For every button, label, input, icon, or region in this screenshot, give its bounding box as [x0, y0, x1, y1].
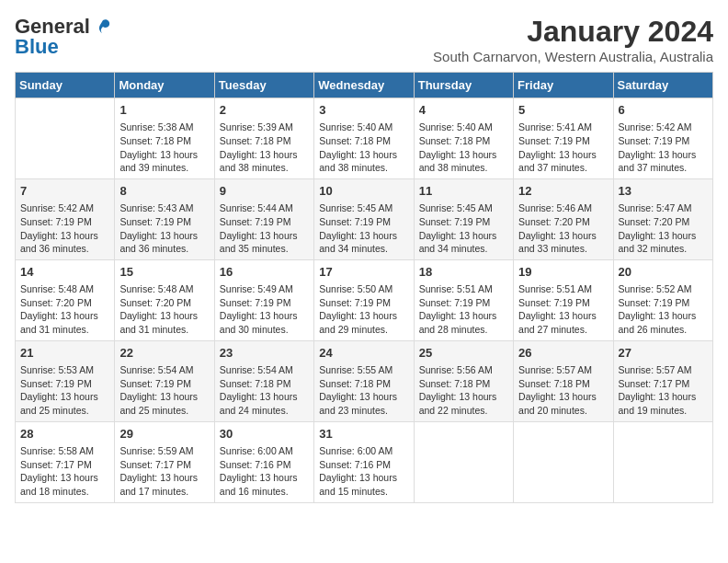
cell-info: Sunrise: 5:39 AM — [220, 121, 309, 134]
cell-info: Sunset: 7:20 PM — [518, 215, 608, 229]
cell-info: and 19 minutes. — [619, 404, 708, 418]
cell-info: Sunrise: 5:53 AM — [20, 363, 109, 377]
calendar-cell: 9Sunrise: 5:44 AMSunset: 7:19 PMDaylight… — [214, 178, 313, 259]
subtitle: South Carnarvon, Western Australia, Aust… — [433, 49, 713, 64]
calendar-cell: 22Sunrise: 5:54 AMSunset: 7:19 PMDayligh… — [115, 340, 214, 421]
cell-info: Daylight: 13 hours — [220, 471, 309, 485]
cell-info: Daylight: 13 hours — [518, 390, 608, 404]
day-number: 11 — [419, 183, 508, 200]
cell-info: Daylight: 13 hours — [20, 471, 109, 485]
cell-info: Sunset: 7:19 PM — [319, 215, 408, 229]
day-number: 19 — [518, 264, 608, 281]
day-number: 22 — [119, 345, 209, 362]
cell-info: and 34 minutes. — [319, 242, 408, 256]
calendar-cell: 7Sunrise: 5:42 AMSunset: 7:19 PMDaylight… — [16, 178, 115, 259]
calendar-cell: 16Sunrise: 5:49 AMSunset: 7:19 PMDayligh… — [214, 259, 313, 340]
cell-info: Sunrise: 6:00 AM — [319, 444, 408, 458]
cell-info: Daylight: 13 hours — [20, 309, 109, 323]
cell-info: Sunrise: 5:45 AM — [319, 201, 408, 215]
day-number: 18 — [419, 264, 508, 281]
calendar-cell: 17Sunrise: 5:50 AMSunset: 7:19 PMDayligh… — [314, 259, 414, 340]
calendar-cell: 8Sunrise: 5:43 AMSunset: 7:19 PMDaylight… — [115, 178, 214, 259]
cell-info: Daylight: 13 hours — [419, 148, 508, 162]
calendar-cell — [414, 421, 513, 502]
cell-info: Sunset: 7:19 PM — [619, 134, 708, 148]
calendar-cell: 30Sunrise: 6:00 AMSunset: 7:16 PMDayligh… — [214, 421, 313, 502]
cell-info: Sunrise: 5:41 AM — [518, 121, 608, 134]
calendar-cell: 3Sunrise: 5:40 AMSunset: 7:18 PMDaylight… — [314, 98, 414, 179]
cell-info: Daylight: 13 hours — [119, 148, 209, 162]
cell-info: Sunset: 7:18 PM — [518, 377, 608, 391]
header-friday: Friday — [514, 73, 613, 98]
cell-info: and 20 minutes. — [518, 404, 608, 418]
title-section: January 2024 South Carnarvon, Western Au… — [433, 15, 713, 64]
cell-info: Sunrise: 5:57 AM — [518, 363, 608, 377]
calendar-cell: 23Sunrise: 5:54 AMSunset: 7:18 PMDayligh… — [214, 340, 313, 421]
calendar-cell — [16, 98, 115, 179]
cell-info: and 36 minutes. — [119, 242, 209, 256]
day-number: 16 — [220, 264, 309, 281]
cell-info: Sunrise: 5:38 AM — [119, 121, 209, 134]
cell-info: Daylight: 13 hours — [518, 229, 608, 243]
calendar-cell: 27Sunrise: 5:57 AMSunset: 7:17 PMDayligh… — [613, 340, 712, 421]
cell-info: Daylight: 13 hours — [119, 229, 209, 243]
cell-info: Sunrise: 5:43 AM — [119, 201, 209, 215]
cell-info: and 34 minutes. — [419, 242, 508, 256]
cell-info: Sunrise: 5:42 AM — [20, 201, 109, 215]
calendar-cell: 24Sunrise: 5:55 AMSunset: 7:18 PMDayligh… — [314, 340, 414, 421]
logo-blue: Blue — [15, 35, 59, 59]
cell-info: and 31 minutes. — [119, 323, 209, 337]
cell-info: Sunrise: 5:40 AM — [419, 121, 508, 134]
header-tuesday: Tuesday — [214, 73, 313, 98]
week-row-1: 1Sunrise: 5:38 AMSunset: 7:18 PMDaylight… — [16, 98, 713, 179]
day-number: 10 — [319, 183, 408, 200]
cell-info: and 38 minutes. — [319, 161, 408, 175]
cell-info: and 26 minutes. — [619, 323, 708, 337]
cell-info: Daylight: 13 hours — [419, 390, 508, 404]
cell-info: Daylight: 13 hours — [319, 471, 408, 485]
calendar-cell: 20Sunrise: 5:52 AMSunset: 7:19 PMDayligh… — [613, 259, 712, 340]
cell-info: Daylight: 13 hours — [319, 390, 408, 404]
cell-info: and 24 minutes. — [220, 404, 309, 418]
cell-info: Daylight: 13 hours — [619, 148, 708, 162]
calendar-table: SundayMondayTuesdayWednesdayThursdayFrid… — [15, 72, 713, 503]
calendar-cell: 4Sunrise: 5:40 AMSunset: 7:18 PMDaylight… — [414, 98, 513, 179]
day-number: 2 — [220, 102, 309, 119]
calendar-cell: 1Sunrise: 5:38 AMSunset: 7:18 PMDaylight… — [115, 98, 214, 179]
cell-info: Sunset: 7:19 PM — [20, 377, 109, 391]
cell-info: Daylight: 13 hours — [220, 390, 309, 404]
cell-info: and 37 minutes. — [619, 161, 708, 175]
cell-info: Sunrise: 5:59 AM — [119, 444, 209, 458]
calendar-cell: 15Sunrise: 5:48 AMSunset: 7:20 PMDayligh… — [115, 259, 214, 340]
main-title: January 2024 — [433, 15, 713, 49]
day-number: 17 — [319, 264, 408, 281]
cell-info: Sunrise: 5:48 AM — [20, 282, 109, 296]
cell-info: Sunset: 7:20 PM — [20, 296, 109, 310]
cell-info: Sunset: 7:20 PM — [119, 296, 209, 310]
cell-info: Sunset: 7:16 PM — [220, 458, 309, 472]
calendar-cell: 13Sunrise: 5:47 AMSunset: 7:20 PMDayligh… — [613, 178, 712, 259]
cell-info: Sunrise: 5:46 AM — [518, 201, 608, 215]
header-saturday: Saturday — [613, 73, 712, 98]
cell-info: and 39 minutes. — [119, 161, 209, 175]
cell-info: Sunrise: 5:52 AM — [619, 282, 708, 296]
cell-info: and 28 minutes. — [419, 323, 508, 337]
day-number: 7 — [20, 183, 109, 200]
cell-info: Daylight: 13 hours — [619, 390, 708, 404]
cell-info: Sunrise: 5:51 AM — [518, 282, 608, 296]
cell-info: Sunrise: 5:58 AM — [20, 444, 109, 458]
cell-info: and 16 minutes. — [220, 485, 309, 499]
calendar-cell: 10Sunrise: 5:45 AMSunset: 7:19 PMDayligh… — [314, 178, 414, 259]
day-number: 23 — [220, 345, 309, 362]
cell-info: Daylight: 13 hours — [220, 148, 309, 162]
day-number: 28 — [20, 426, 109, 442]
week-row-3: 14Sunrise: 5:48 AMSunset: 7:20 PMDayligh… — [16, 259, 713, 340]
week-row-2: 7Sunrise: 5:42 AMSunset: 7:19 PMDaylight… — [16, 178, 713, 259]
cell-info: Sunrise: 5:45 AM — [419, 201, 508, 215]
cell-info: and 29 minutes. — [319, 323, 408, 337]
cell-info: Daylight: 13 hours — [518, 148, 608, 162]
cell-info: and 22 minutes. — [419, 404, 508, 418]
calendar-cell: 2Sunrise: 5:39 AMSunset: 7:18 PMDaylight… — [214, 98, 313, 179]
cell-info: Sunset: 7:16 PM — [319, 458, 408, 472]
cell-info: and 17 minutes. — [119, 485, 209, 499]
